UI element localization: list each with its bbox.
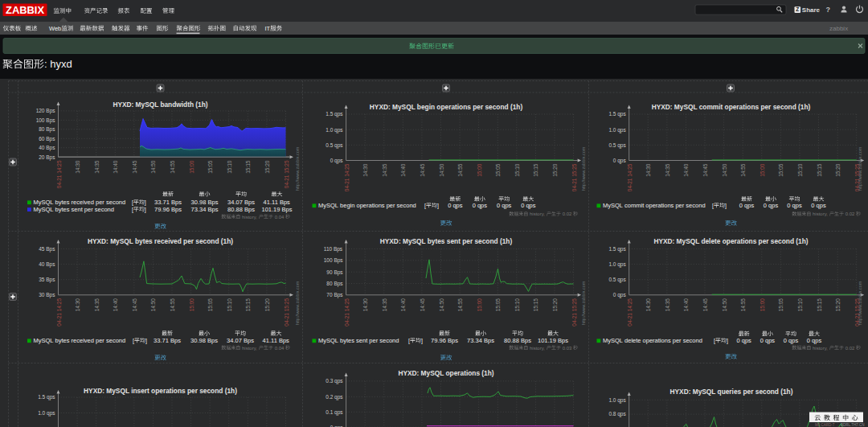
svg-text:MySQL delete operations per se: MySQL delete operations per second	[603, 337, 702, 344]
svg-text:80.88 Bps: 80.88 Bps	[227, 206, 255, 213]
svg-text:15:00: 15:00	[189, 160, 194, 174]
svg-text:0.04: 0.04	[273, 346, 285, 351]
svg-text:15:00: 15:00	[760, 298, 765, 312]
svg-text:0 qps: 0 qps	[497, 202, 512, 209]
svg-text:0 qps: 0 qps	[739, 202, 755, 209]
svg-text:14:50: 14:50	[150, 298, 156, 312]
svg-text:15:15: 15:15	[533, 163, 538, 177]
svg-text:15:20: 15:20	[264, 298, 270, 312]
svg-text:1.5 qps: 1.5 qps	[608, 111, 626, 117]
svg-text:MySQL bytes sent per second: MySQL bytes sent per second	[318, 337, 399, 344]
svg-text:15:00: 15:00	[477, 298, 482, 312]
svg-text:15:20: 15:20	[264, 160, 270, 174]
svg-text:14:50: 14:50	[722, 163, 727, 177]
svg-text:HYXD: MySQL queries per second: HYXD: MySQL queries per second (1h)	[670, 387, 793, 396]
svg-text:14:40: 14:40	[113, 298, 118, 312]
svg-text:14:55: 14:55	[740, 163, 746, 177]
svg-text:[: [	[712, 203, 714, 209]
svg-text:73.34 Bps: 73.34 Bps	[191, 206, 219, 213]
svg-text:14:40: 14:40	[683, 163, 689, 177]
svg-text:MySQL commit operations per se: MySQL commit operations per second	[603, 202, 706, 209]
svg-text:80 Bps: 80 Bps	[326, 281, 343, 287]
svg-text:15:05: 15:05	[495, 163, 501, 177]
svg-text:79.96 Bps: 79.96 Bps	[431, 337, 458, 344]
svg-text:60 Bps: 60 Bps	[39, 136, 55, 142]
svg-text:15:05: 15:05	[207, 160, 213, 174]
svg-text:MySQL bytes received per secon: MySQL bytes received per second	[34, 199, 126, 206]
svg-text:33.71 Bps: 33.71 Bps	[154, 199, 182, 206]
svg-text:15:10: 15:10	[514, 163, 520, 177]
svg-text:14:55: 14:55	[457, 298, 463, 312]
svg-text:14:30: 14:30	[362, 298, 368, 312]
svg-text:]: ]	[437, 203, 439, 209]
svg-text:14:45: 14:45	[420, 298, 425, 312]
svg-text:15:15: 15:15	[817, 298, 822, 312]
svg-text:history,: history,	[240, 215, 258, 220]
svg-text:0.3 qps: 0.3 qps	[326, 378, 343, 384]
svg-text:HYXD: MySQL commit operations: HYXD: MySQL commit operations per second…	[652, 102, 811, 111]
svg-text:04-21 14:25: 04-21 14:25	[56, 298, 62, 326]
svg-text:Share: Share	[802, 6, 821, 14]
svg-text:1.0 qps: 1.0 qps	[608, 397, 626, 404]
svg-text:1.0 qps: 1.0 qps	[38, 410, 55, 417]
svg-text:30.98 Bps: 30.98 Bps	[191, 199, 219, 206]
svg-text:14:35: 14:35	[94, 298, 100, 312]
svg-text:[: [	[424, 203, 426, 209]
svg-text:35 Bps: 35 Bps	[39, 277, 55, 283]
svg-text:14:40: 14:40	[400, 298, 406, 312]
svg-text:04-21 15:25: 04-21 15:25	[284, 298, 289, 326]
svg-text:history,: history,	[811, 346, 829, 351]
svg-text:]: ]	[727, 338, 728, 344]
svg-text:15:05: 15:05	[778, 298, 784, 312]
svg-text:33.71 Bps: 33.71 Bps	[154, 337, 181, 344]
svg-text:0.5 qps: 0.5 qps	[608, 277, 626, 283]
svg-text:?: ?	[826, 6, 831, 14]
svg-text:]: ]	[725, 203, 727, 209]
svg-text:34.07 Bps: 34.07 Bps	[227, 199, 255, 206]
svg-text:04-21 15:25: 04-21 15:25	[571, 163, 577, 191]
svg-text:HYXD: MySQL bytes sent per sec: HYXD: MySQL bytes sent per second (1h)	[380, 236, 512, 245]
svg-text:0 qps: 0 qps	[330, 425, 344, 427]
svg-text:HYXD: MySQL operations (1h): HYXD: MySQL operations (1h)	[398, 368, 493, 377]
svg-text:15:20: 15:20	[552, 163, 558, 177]
svg-text:70 Bps: 70 Bps	[326, 292, 343, 298]
svg-text:110 Bps: 110 Bps	[324, 246, 343, 253]
svg-text:MySQL begin operations per sec: MySQL begin operations per second	[318, 202, 416, 209]
svg-text:http://www.zabbix.com: http://www.zabbix.com	[295, 281, 300, 325]
svg-text:0 qps: 0 qps	[811, 202, 826, 209]
svg-text:0.02: 0.02	[844, 346, 856, 351]
svg-text:http://www.zabbix.com: http://www.zabbix.com	[858, 146, 862, 191]
svg-text:15:15: 15:15	[245, 298, 251, 312]
svg-text:80 Bps: 80 Bps	[39, 126, 55, 133]
svg-text:100 Bps: 100 Bps	[324, 257, 344, 264]
svg-text:15:00: 15:00	[760, 163, 765, 177]
svg-text:14:30: 14:30	[75, 298, 80, 312]
svg-text:14:45: 14:45	[420, 163, 425, 177]
svg-text:]: ]	[145, 207, 146, 213]
svg-text:1.0 qps: 1.0 qps	[326, 127, 343, 133]
svg-text:0.8 qps: 0.8 qps	[608, 411, 626, 417]
svg-text:HYXD: MySQL bandwidth (1h): HYXD: MySQL bandwidth (1h)	[113, 100, 207, 109]
svg-text:http://www.zabbix.com: http://www.zabbix.com	[581, 281, 586, 325]
svg-text:14:40: 14:40	[400, 163, 406, 177]
svg-text:14:30: 14:30	[645, 298, 651, 312]
svg-text:15:10: 15:10	[227, 160, 232, 174]
svg-text:15:05: 15:05	[495, 298, 501, 312]
svg-text:0 qps: 0 qps	[787, 202, 802, 209]
svg-text:http://www.zabbix.com: http://www.zabbix.com	[581, 146, 586, 191]
svg-text:HYXD: MySQL insert operations: HYXD: MySQL insert operations per second…	[84, 386, 237, 395]
svg-text:80.88 Bps: 80.88 Bps	[504, 337, 531, 344]
svg-text:[: [	[408, 338, 410, 344]
svg-text:15:10: 15:10	[227, 298, 232, 312]
svg-text:HYXD: MySQL delete operations: HYXD: MySQL delete operations per second…	[653, 236, 808, 245]
svg-text:0 qps: 0 qps	[448, 202, 463, 209]
svg-text:0 qps: 0 qps	[764, 202, 779, 209]
svg-text:]: ]	[421, 338, 423, 344]
svg-text:100 Bps: 100 Bps	[36, 117, 56, 124]
svg-text:1.5 qps: 1.5 qps	[38, 394, 55, 400]
svg-text:HYXD: MySQL begin operations p: HYXD: MySQL begin operations per second …	[370, 102, 522, 111]
svg-text:04-21 14:25: 04-21 14:25	[56, 160, 62, 188]
svg-text:15:20: 15:20	[835, 163, 841, 177]
svg-text:15:10: 15:10	[797, 163, 803, 177]
svg-text:14:40: 14:40	[113, 160, 118, 174]
